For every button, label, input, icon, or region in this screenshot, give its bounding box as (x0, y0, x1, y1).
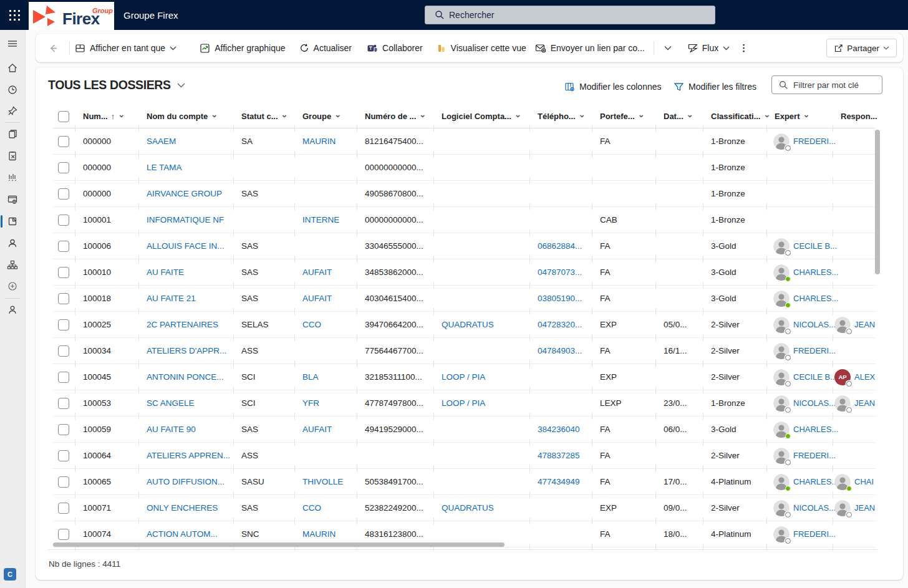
account-link[interactable]: AUTO DIFFUSION... (147, 477, 225, 486)
responsable-link[interactable]: JEAN (854, 503, 875, 513)
account-link[interactable]: ATELIERS D'APPR... (147, 346, 226, 355)
groupe-link[interactable]: AUFAIT (302, 267, 332, 277)
command-view-as[interactable]: Afficher en tant que (69, 37, 182, 59)
expert-link[interactable]: NICOLAS... (793, 398, 836, 408)
logiciel-link[interactable]: QUADRATUS (442, 503, 494, 513)
column-header-classification[interactable]: Classificati...⌄ (703, 105, 767, 128)
groupe-link[interactable]: CCO (302, 503, 321, 513)
edit-filters-button[interactable]: Modifier les filtres (674, 77, 756, 96)
groupe-link[interactable]: CCO (302, 320, 321, 329)
account-link[interactable]: AU FAITE (147, 267, 184, 277)
app-launcher-icon[interactable] (0, 0, 29, 30)
web-browser-icon[interactable] (0, 189, 25, 210)
tasks-icon[interactable] (0, 145, 25, 166)
dossiers-icon-selected[interactable] (0, 211, 25, 232)
view-selector[interactable]: TOUS LES DOSSIERS (48, 78, 185, 92)
account-link[interactable]: ACTION AUTOM... (147, 529, 218, 539)
responsable-link[interactable]: CHAI (854, 477, 874, 486)
expert-link[interactable]: CHARLES... (793, 267, 838, 277)
telephone-link[interactable]: 06862884... (538, 241, 582, 251)
row-checkbox[interactable] (53, 469, 75, 494)
row-checkbox[interactable] (53, 390, 75, 416)
column-header-nom[interactable]: Nom du compte⌄ (139, 105, 234, 128)
telephone-link[interactable]: 04784903... (538, 346, 582, 355)
add-circle-icon[interactable] (0, 276, 25, 297)
data-import-icon[interactable] (0, 167, 25, 188)
groupe-link[interactable]: MAURIN (302, 137, 336, 146)
account-link[interactable]: ATELIERS APPREN... (147, 451, 230, 460)
row-checkbox[interactable] (53, 286, 75, 311)
horizontal-scrollbar[interactable] (53, 542, 505, 547)
row-checkbox[interactable] (53, 207, 75, 233)
edit-columns-button[interactable]: Modifier les colonnes (564, 77, 662, 96)
command-more-dots[interactable]: ⋮ (735, 37, 752, 59)
home-icon[interactable] (0, 57, 25, 79)
expert-link[interactable]: CHARLES... (793, 425, 838, 434)
telephone-link[interactable]: 04787073... (538, 267, 582, 277)
pinned-icon[interactable] (0, 100, 25, 122)
command-show-chart[interactable]: Afficher graphique (194, 37, 291, 59)
command-overflow-chevron[interactable] (660, 37, 676, 59)
row-checkbox[interactable] (53, 259, 75, 285)
share-button[interactable]: Partager (826, 39, 897, 57)
command-visualize-view[interactable]: Visualiser cette vue (431, 37, 532, 59)
account-link[interactable]: ONLY ENCHERES (147, 503, 218, 513)
account-link[interactable]: ALLOUIS FACE IN... (147, 241, 225, 251)
groupe-link[interactable]: THIVOLLE (302, 477, 343, 486)
account-link[interactable]: 2C PARTENAIRES (147, 320, 218, 329)
column-header-telephone[interactable]: Télépho...⌄ (530, 105, 592, 128)
command-collaborate[interactable]: Collaborer (361, 37, 428, 59)
column-header-groupe[interactable]: Groupe⌄ (295, 105, 357, 128)
telephone-link[interactable]: 03805190... (538, 294, 582, 303)
expert-link[interactable]: CHARLES... (793, 477, 838, 486)
command-send-link[interactable]: Envoyer un lien par co... (529, 37, 650, 59)
account-link[interactable]: SC ANGELE (147, 398, 195, 408)
account-link[interactable]: LE TAMA (147, 163, 182, 172)
telephone-link[interactable]: 04728320... (538, 320, 582, 329)
global-search-input[interactable]: Rechercher (425, 6, 715, 24)
groupe-link[interactable]: MAURIN (302, 529, 336, 539)
company-logo[interactable]: Firex Group (29, 2, 114, 30)
groupe-link[interactable]: AUFAIT (302, 425, 332, 434)
expert-link[interactable]: NICOLAS... (793, 320, 836, 329)
column-header-numero[interactable]: Numéro de ...⌄ (357, 105, 434, 128)
expert-link[interactable]: NICOLAS... (793, 503, 836, 513)
telephone-link[interactable]: 384236040 (538, 425, 580, 434)
row-checkbox[interactable] (53, 417, 75, 442)
row-checkbox[interactable] (53, 233, 75, 259)
groupe-link[interactable]: AUFAIT (302, 294, 332, 303)
column-header-responsable[interactable]: Respon... (833, 105, 877, 128)
row-checkbox[interactable] (53, 338, 75, 364)
back-button[interactable] (43, 43, 64, 54)
account-link[interactable]: AU FAITE 90 (147, 425, 196, 434)
expert-link[interactable]: CECILE B... (793, 241, 837, 251)
responsable-link[interactable]: JEAN (854, 398, 875, 408)
account-link[interactable]: ANTONIN PONCE... (147, 372, 224, 382)
telephone-link[interactable]: 477434949 (538, 477, 580, 486)
pages-icon[interactable] (0, 123, 25, 145)
column-header-portefeuille[interactable]: Portefe...⌄ (592, 105, 656, 128)
account-link[interactable]: INFORMATIQUE NF (147, 215, 224, 224)
select-all-checkbox[interactable] (53, 105, 75, 128)
expert-link[interactable]: FREDERI... (793, 346, 836, 355)
command-refresh[interactable]: Actualiser (294, 37, 357, 59)
vertical-scrollbar[interactable] (875, 130, 880, 274)
account-link[interactable]: AIRVANCE GROUP (147, 189, 222, 198)
logiciel-link[interactable]: LOOP / PIA (442, 398, 485, 408)
account-link[interactable]: SAAEM (147, 137, 176, 146)
telephone-link[interactable]: 478837285 (538, 451, 580, 460)
responsable-link[interactable]: ALEX (854, 372, 875, 382)
groupe-link[interactable]: INTERNE (302, 215, 339, 224)
keyword-filter-input[interactable]: Filtrer par mot clé (771, 75, 882, 94)
column-header-logiciel[interactable]: Logiciel Compta...⌄ (434, 105, 530, 128)
responsable-link[interactable]: JEAN (854, 320, 875, 329)
row-checkbox[interactable] (53, 443, 75, 468)
row-checkbox[interactable] (53, 155, 75, 180)
expert-link[interactable]: FREDERI... (793, 529, 836, 539)
expert-link[interactable]: FREDERI... (793, 451, 836, 460)
hierarchy-icon[interactable] (0, 254, 25, 276)
row-checkbox[interactable] (53, 364, 75, 390)
expert-link[interactable]: FREDERI... (793, 137, 836, 146)
environment-badge[interactable]: C (4, 568, 16, 581)
account-link[interactable]: AU FAITE 21 (147, 294, 196, 303)
